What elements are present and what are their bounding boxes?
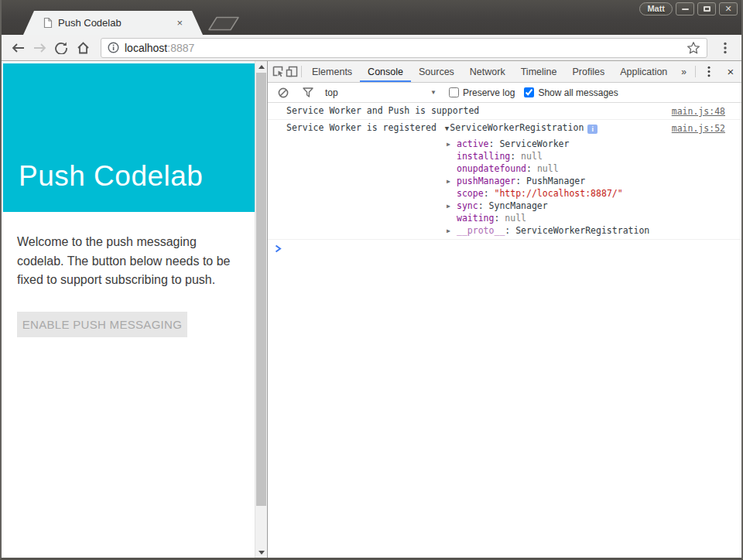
info-badge-icon: i: [587, 125, 597, 134]
new-tab-button[interactable]: [207, 16, 240, 31]
property-value: ServiceWorkerRegistration: [515, 225, 649, 236]
inspect-cursor-icon: [272, 66, 284, 77]
console-message-text: Service Worker and Push is supported: [268, 103, 741, 119]
property-name: active: [457, 138, 489, 149]
page-info-icon[interactable]: [108, 42, 119, 53]
property-value: PushManager: [526, 176, 585, 186]
url-text: localhost:8887: [125, 42, 194, 54]
browser-toolbar: localhost:8887: [2, 35, 741, 61]
address-bar[interactable]: localhost:8887: [101, 38, 707, 58]
clear-console-button[interactable]: [272, 87, 294, 98]
tab-application[interactable]: Application: [612, 61, 675, 82]
tab-network[interactable]: Network: [462, 61, 513, 82]
property-name: installing: [457, 151, 510, 162]
content-area: Push Codelab Welcome to the push messagi…: [2, 61, 741, 558]
titlebar: Matt ✕ Push Codelab ×: [2, 0, 741, 35]
object-class-name: ServiceWorkerRegistration: [450, 122, 584, 133]
source-link[interactable]: main.js:52: [672, 123, 725, 134]
browser-tab[interactable]: Push Codelab ×: [23, 11, 203, 35]
execution-context-select[interactable]: top ▼: [322, 86, 440, 100]
tab-elements[interactable]: Elements: [304, 61, 360, 82]
property-name: pushManager: [457, 176, 515, 186]
console-prompt[interactable]: [268, 240, 741, 253]
property-row: ▶onupdatefound: null: [268, 162, 741, 175]
reload-icon: [55, 42, 67, 54]
property-name: scope: [457, 188, 484, 199]
tab-profiles[interactable]: Profiles: [564, 61, 612, 82]
forward-icon: [33, 43, 46, 53]
more-tabs-button[interactable]: »: [675, 61, 693, 82]
tab-sources[interactable]: Sources: [411, 61, 462, 82]
devtools-close-button[interactable]: ×: [720, 61, 741, 82]
property-value: ServiceWorker: [499, 138, 569, 149]
close-icon: ✕: [724, 5, 731, 13]
forward-button[interactable]: [29, 38, 50, 58]
maximize-button[interactable]: [697, 2, 716, 15]
property-value: null: [537, 163, 559, 174]
console-message-text: Service Worker is registered ▼ServiceWor…: [268, 120, 741, 137]
property-row: ▶active: ServiceWorker: [268, 138, 741, 150]
back-icon: [12, 43, 25, 53]
property-name: waiting: [457, 213, 494, 224]
console-toolbar: top ▼ Preserve log Show all messages: [268, 83, 741, 103]
expand-arrow-icon[interactable]: ▶: [447, 176, 457, 188]
page-title: Push Codelab: [19, 160, 203, 193]
devtools-tabbar: Elements Console Sources Network Timelin…: [268, 61, 741, 83]
page-scrollbar[interactable]: [255, 61, 267, 558]
window-controls: Matt ✕: [639, 2, 738, 15]
bookmark-star-icon[interactable]: [687, 41, 700, 55]
filter-funnel-icon: [303, 87, 313, 97]
back-button[interactable]: [8, 38, 28, 58]
property-row: ▶__proto__: ServiceWorkerRegistration: [268, 224, 741, 237]
home-button[interactable]: [73, 38, 93, 58]
minimize-button[interactable]: [676, 2, 694, 15]
device-toolbar-button[interactable]: [285, 61, 299, 82]
context-value: top: [325, 87, 338, 98]
kebab-menu-icon: [724, 42, 727, 54]
tab-close-icon[interactable]: ×: [176, 18, 183, 28]
toolbar-separator: [695, 66, 696, 77]
scrollbar-thumb[interactable]: [256, 73, 266, 506]
url-port: :8887: [167, 42, 194, 54]
show-all-messages-option[interactable]: Show all messages: [524, 87, 618, 98]
page-hero-banner: Push Codelab: [3, 63, 255, 212]
tab-console[interactable]: Console: [360, 61, 411, 82]
expand-arrow-icon[interactable]: ▶: [447, 138, 457, 151]
tab-title: Push Codelab: [58, 17, 122, 29]
browser-window: Matt ✕ Push Codelab ×: [0, 0, 743, 560]
property-name: sync: [457, 200, 478, 211]
maximize-icon: [704, 6, 710, 12]
reload-button[interactable]: [51, 38, 71, 58]
property-value: null: [521, 151, 543, 162]
collapse-arrow-icon[interactable]: ▼: [445, 125, 449, 132]
devtools-menu-button[interactable]: [698, 61, 720, 82]
kebab-menu-icon: [707, 66, 710, 77]
device-toolbar-icon: [286, 66, 298, 77]
expand-arrow-icon[interactable]: ▶: [447, 225, 457, 237]
enable-push-button[interactable]: ENABLE PUSH MESSAGING: [17, 312, 187, 337]
property-name: onupdatefound: [457, 163, 526, 174]
filter-button[interactable]: [297, 87, 319, 97]
close-window-button[interactable]: ✕: [719, 2, 738, 15]
home-icon: [77, 42, 90, 54]
preserve-log-checkbox[interactable]: [449, 87, 459, 97]
minimize-icon: [682, 9, 689, 10]
property-value: null: [505, 213, 526, 224]
show-all-messages-checkbox[interactable]: [524, 87, 534, 97]
page-viewport: Push Codelab Welcome to the push messagi…: [2, 61, 268, 558]
clear-console-icon: [278, 87, 289, 98]
chevron-down-icon: ▼: [430, 89, 437, 96]
tab-timeline[interactable]: Timeline: [513, 61, 565, 82]
welcome-text: Welcome to the push messaging codelab. T…: [17, 233, 242, 290]
source-link[interactable]: main.js:48: [672, 106, 725, 117]
scrollbar-down-icon[interactable]: [255, 547, 267, 558]
console-output: Service Worker and Push is supported mai…: [268, 103, 741, 558]
scrollbar-up-icon[interactable]: [255, 61, 267, 72]
expand-arrow-icon[interactable]: ▶: [447, 200, 457, 213]
page-favicon-icon: [43, 17, 53, 29]
property-row: ▶waiting: null: [268, 212, 741, 224]
preserve-log-option[interactable]: Preserve log: [449, 87, 515, 98]
devtools-controls: ×: [693, 61, 741, 82]
inspect-element-button[interactable]: [271, 61, 285, 82]
browser-menu-button[interactable]: [715, 38, 735, 58]
